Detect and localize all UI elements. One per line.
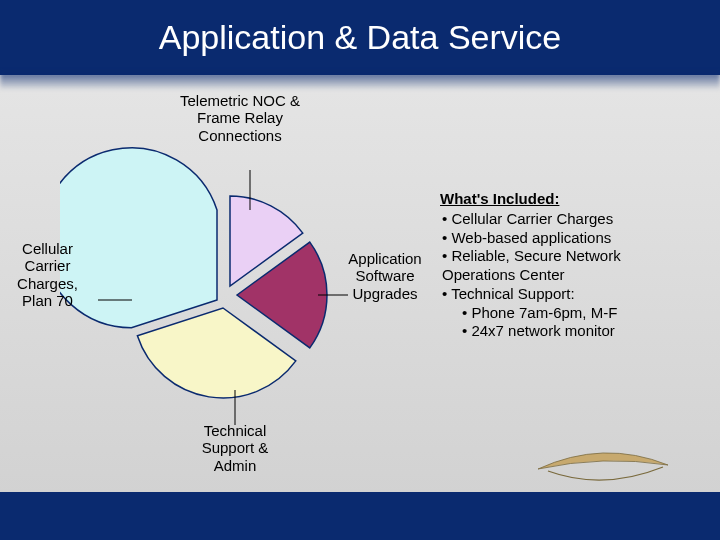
pie-label-noc: Telemetric NOC & Frame Relay Connections: [170, 92, 310, 144]
slide: Application & Data Service Telemetric NO…: [0, 0, 720, 540]
bottom-bar: [0, 492, 720, 540]
included-item: • Technical Support:: [442, 285, 690, 304]
included-box: What's Included: • Cellular Carrier Char…: [440, 190, 690, 341]
pie-label-cellular: Cellular Carrier Charges, Plan 70: [0, 240, 95, 309]
included-item-text: Web-based applications: [451, 229, 611, 246]
pie-label-app: Application Software Upgrades: [335, 250, 435, 302]
logo-swoosh-icon: [528, 447, 678, 487]
included-subitem-text: Phone 7am-6pm, M-F: [471, 304, 617, 321]
included-item: • Web-based applications: [442, 229, 690, 248]
included-subitem-text: 24x7 network monitor: [471, 322, 614, 339]
included-subitem: • 24x7 network monitor: [462, 322, 690, 341]
pie-label-support: Technical Support & Admin: [180, 422, 290, 474]
pie-slice-support: [137, 308, 295, 398]
pie-chart: Telemetric NOC & Frame Relay Connections…: [60, 130, 390, 460]
included-item: • Cellular Carrier Charges: [442, 210, 690, 229]
slide-title: Application & Data Service: [0, 18, 720, 57]
included-item-text: Reliable, Secure Network Operations Cent…: [442, 247, 621, 283]
included-item: • Reliable, Secure Network Operations Ce…: [442, 247, 690, 285]
included-item-text: Cellular Carrier Charges: [451, 210, 613, 227]
included-item-text: Technical Support:: [451, 285, 574, 302]
title-bar-shadow: [0, 72, 720, 90]
included-subitem: • Phone 7am-6pm, M-F: [462, 304, 690, 323]
included-heading: What's Included:: [440, 190, 690, 209]
